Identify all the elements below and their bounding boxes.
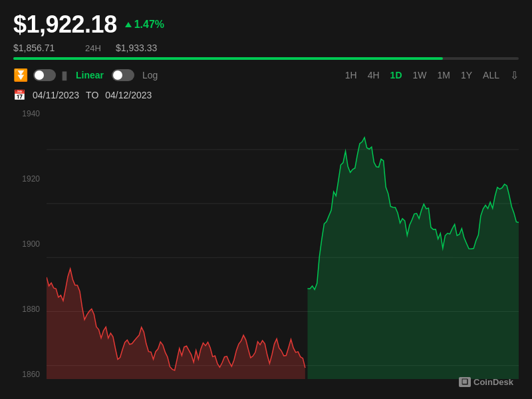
time-controls: 1H 4H 1D 1W 1M 1Y ALL ⇩ bbox=[345, 69, 519, 82]
chart-type-icons: ⏬ ▮ bbox=[13, 68, 68, 82]
linear-label: Linear bbox=[76, 70, 104, 80]
y-label-1920: 1920 bbox=[13, 174, 40, 184]
range-high: $1,933.33 bbox=[116, 43, 157, 53]
date-to-label: TO bbox=[86, 90, 98, 100]
bar-chart-icon[interactable]: ▮ bbox=[61, 68, 68, 82]
toggle-knob-2 bbox=[113, 70, 122, 80]
price-row: $1,922.18 1.47% bbox=[13, 11, 519, 39]
time-btn-1w[interactable]: 1W bbox=[413, 70, 427, 80]
y-label-1940: 1940 bbox=[13, 109, 40, 118]
y-label-1880: 1880 bbox=[13, 305, 40, 314]
range-label: 24H bbox=[73, 43, 113, 53]
log-label: Log bbox=[142, 70, 158, 80]
price-range-fill bbox=[13, 57, 443, 60]
price-range-bar bbox=[13, 57, 519, 60]
line-chart-icon[interactable]: ⏬ bbox=[13, 68, 28, 82]
range-row: $1,856.71 24H $1,933.33 bbox=[13, 43, 519, 53]
calendar-icon: 📅 bbox=[13, 89, 26, 101]
change-pct: 1.47% bbox=[134, 19, 164, 31]
range-low: $1,856.71 bbox=[13, 43, 73, 53]
time-btn-1h[interactable]: 1H bbox=[345, 70, 357, 80]
time-btn-4h[interactable]: 4H bbox=[368, 70, 380, 80]
toggle-knob bbox=[35, 70, 44, 80]
up-arrow-icon bbox=[125, 22, 132, 27]
chart-type-toggle[interactable] bbox=[33, 69, 56, 81]
y-label-1860: 1860 bbox=[13, 370, 40, 379]
download-icon[interactable]: ⇩ bbox=[510, 69, 519, 82]
coindesk-text: CoinDesk bbox=[473, 377, 513, 387]
linear-log-toggle[interactable] bbox=[112, 69, 134, 81]
date-to: 04/12/2023 bbox=[105, 90, 152, 100]
price-chart-canvas bbox=[47, 109, 519, 379]
date-from: 04/11/2023 bbox=[33, 90, 79, 100]
date-range-row: 📅 04/11/2023 TO 04/12/2023 bbox=[13, 89, 519, 101]
coindesk-logo-icon: ❏ bbox=[459, 377, 471, 387]
coindesk-watermark: ❏ CoinDesk bbox=[459, 377, 513, 387]
current-price: $1,922.18 bbox=[13, 11, 117, 39]
y-label-1900: 1900 bbox=[13, 239, 40, 249]
chart-canvas-container bbox=[47, 109, 519, 379]
time-btn-1d[interactable]: 1D bbox=[390, 70, 402, 80]
time-btn-all[interactable]: ALL bbox=[483, 70, 499, 80]
time-btn-1m[interactable]: 1M bbox=[438, 70, 450, 80]
y-axis: 1940 1920 1900 1880 1860 bbox=[13, 109, 43, 379]
price-change: 1.47% bbox=[125, 19, 164, 31]
controls-row: ⏬ ▮ Linear Log 1H 4H 1D 1W 1M 1Y ALL ⇩ bbox=[13, 68, 519, 82]
chart-area: 1940 1920 1900 1880 1860 ❏ CoinDesk bbox=[13, 109, 519, 392]
app-container: $1,922.18 1.47% $1,856.71 24H $1,933.33 … bbox=[0, 0, 532, 399]
time-btn-1y[interactable]: 1Y bbox=[461, 70, 472, 80]
